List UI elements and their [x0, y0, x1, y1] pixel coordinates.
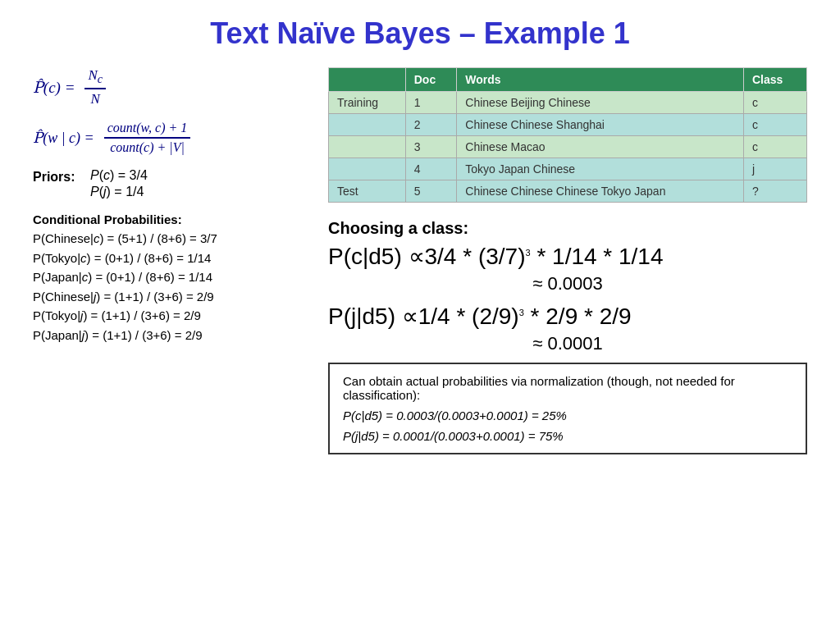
data-table: Doc Words Class Training 1 Chinese Beiji…	[328, 67, 807, 203]
cell-doc: 1	[405, 92, 457, 114]
cell-doc: 4	[405, 158, 457, 180]
col-header-class: Class	[743, 68, 806, 92]
cell-doc: 3	[405, 136, 457, 158]
choosing-section: Choosing a class: P(c|d5) ∝3/4 * (3/7)3 …	[328, 219, 807, 354]
cond-line-3: P(Japan|c) = (0+1) / (8+6) = 1/14	[33, 268, 312, 287]
cell-category	[329, 136, 406, 158]
table-row: 3 Chinese Macao c	[329, 136, 807, 158]
priors-pj: P(j) = 1/4	[90, 185, 148, 199]
cell-words: Tokyo Japan Chinese	[457, 158, 744, 180]
normalization-intro: Can obtain actual probabilities via norm…	[343, 374, 792, 402]
cell-class: j	[743, 158, 806, 180]
choosing-pc-approx: ≈ 0.0003	[328, 273, 807, 294]
cell-doc: 2	[405, 114, 457, 136]
choosing-pj-approx: ≈ 0.0001	[328, 333, 807, 354]
page: Text Naïve Bayes – Example 1 P̂(c) = Nc …	[0, 0, 840, 630]
cell-category: Training	[329, 92, 406, 114]
formula-2: P̂(w | c) = count(w, c) + 1 count(c) + |…	[33, 121, 312, 155]
cond-line-5: P(Tokyo|j) = (1+1) / (3+6) = 2/9	[33, 307, 312, 326]
priors-pc: P(c) = 3/4	[90, 168, 148, 183]
cell-class: c	[743, 114, 806, 136]
norm-formula-pj: P(j|d5) = 0.0001/(0.0003+0.0001) = 75%	[343, 429, 792, 443]
cell-doc: 5	[405, 180, 457, 203]
cell-class: c	[743, 92, 806, 114]
left-panel: P̂(c) = Nc N P̂(w | c) =	[33, 67, 312, 454]
table-row: 4 Tokyo Japan Chinese j	[329, 158, 807, 180]
cond-line-6: P(Japan|j) = (1+1) / (3+6) = 2/9	[33, 326, 312, 345]
cell-class: c	[743, 136, 806, 158]
conditional-title: Conditional Probabilities:	[33, 212, 312, 226]
table-row: Training 1 Chinese Beijing Chinese c	[329, 92, 807, 114]
conditional-probs-section: Conditional Probabilities: P(Chinese|c) …	[33, 212, 312, 345]
formula1-fraction: Nc N	[84, 67, 106, 107]
formula2-fraction: count(w, c) + 1 count(c) + |V|	[104, 121, 191, 155]
cell-words: Chinese Chinese Chinese Tokyo Japan	[457, 180, 744, 203]
cell-category	[329, 114, 406, 136]
main-content: P̂(c) = Nc N P̂(w | c) =	[33, 67, 807, 454]
table-row: 2 Chinese Chinese Shanghai c	[329, 114, 807, 136]
cell-words: Chinese Chinese Shanghai	[457, 114, 744, 136]
cell-words: Chinese Macao	[457, 136, 744, 158]
right-panel: Doc Words Class Training 1 Chinese Beiji…	[328, 67, 807, 454]
priors-label: Priors:	[33, 168, 90, 185]
cell-class: ?	[743, 180, 806, 203]
table-row-test: Test 5 Chinese Chinese Chinese Tokyo Jap…	[329, 180, 807, 203]
cond-line-4: P(Chinese|j) = (1+1) / (3+6) = 2/9	[33, 288, 312, 307]
cond-line-1: P(Chinese|c) = (5+1) / (8+6) = 3/7	[33, 230, 312, 249]
choosing-title: Choosing a class:	[328, 219, 807, 238]
formula1-lhs: P̂(c) =	[33, 78, 75, 97]
normalization-box: Can obtain actual probabilities via norm…	[328, 363, 807, 454]
table-header-row: Doc Words Class	[329, 68, 807, 92]
priors-values: P(c) = 3/4 P(j) = 1/4	[90, 168, 148, 199]
choosing-pj-formula: P(j|d5) ∝1/4 * (2/9)3 * 2/9 * 2/9	[328, 303, 807, 330]
choosing-pc-formula: P(c|d5) ∝3/4 * (3/7)3 * 1/14 * 1/14	[328, 243, 807, 270]
cell-words: Chinese Beijing Chinese	[457, 92, 744, 114]
cond-line-2: P(Tokyo|c) = (0+1) / (8+6) = 1/14	[33, 249, 312, 268]
priors-section: Priors: P(c) = 3/4 P(j) = 1/4	[33, 168, 312, 199]
col-header-doc: Doc	[405, 68, 457, 92]
formula-1: P̂(c) = Nc N	[33, 67, 312, 107]
formula2-lhs: P̂(w | c) =	[33, 129, 94, 147]
cell-category	[329, 158, 406, 180]
norm-formula-pc: P(c|d5) = 0.0003/(0.0003+0.0001) = 25%	[343, 409, 792, 422]
col-header-words: Words	[457, 68, 744, 92]
col-header-category	[329, 68, 406, 92]
page-title: Text Naïve Bayes – Example 1	[33, 16, 807, 51]
cell-category: Test	[329, 180, 406, 203]
